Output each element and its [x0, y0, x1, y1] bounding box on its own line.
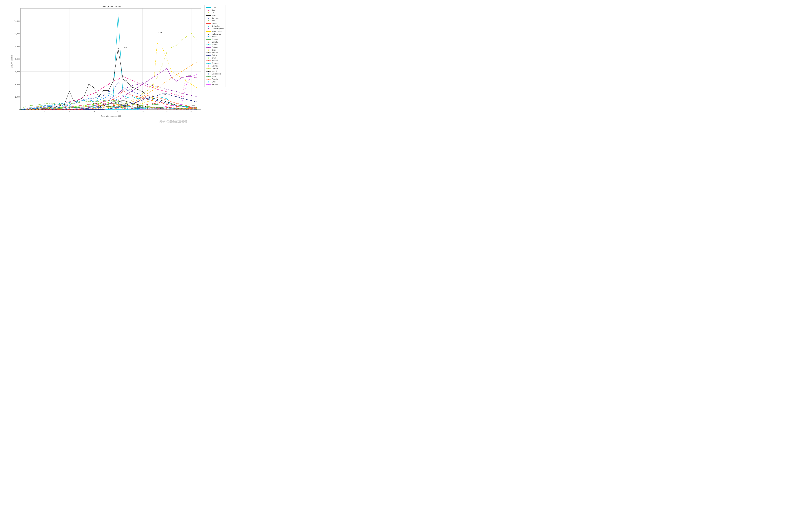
svg-point-37 — [208, 10, 209, 11]
series-dot — [176, 74, 177, 75]
svg-point-49 — [208, 25, 209, 26]
svg-point-79 — [208, 65, 209, 66]
series-dot — [118, 82, 118, 82]
series-dot — [35, 104, 36, 106]
annotation-label: 1476 — [124, 98, 127, 100]
legend-label: China — [212, 6, 216, 9]
series-dot — [152, 104, 153, 105]
series-dot — [103, 101, 104, 102]
series-dot — [186, 94, 187, 95]
annotation-label: 144 — [124, 107, 126, 108]
series-dot — [50, 108, 50, 109]
annotation-label: 4337 — [124, 80, 127, 82]
series-dot — [171, 95, 172, 96]
series-dot — [147, 95, 148, 96]
series-dot — [166, 108, 167, 109]
series-dot — [103, 90, 104, 91]
series-dot — [79, 102, 79, 103]
series-dot — [69, 107, 70, 108]
series-dot — [162, 102, 163, 103]
series-dot — [40, 109, 40, 110]
series-dot — [166, 100, 167, 100]
series-dot — [118, 101, 118, 102]
svg-point-35 — [208, 7, 209, 8]
legend-item: Germany — [206, 17, 224, 19]
series-dot — [171, 104, 172, 105]
series-dot — [176, 96, 177, 97]
annotation-label: 2206 — [163, 94, 166, 95]
series-dot — [152, 103, 153, 104]
svg-text:10: 10 — [68, 111, 70, 112]
series-dot — [30, 109, 31, 109]
svg-point-71 — [208, 55, 209, 56]
series-dot — [176, 109, 177, 109]
series-dot — [83, 96, 84, 97]
legend-label: US — [212, 12, 214, 14]
series-dot — [162, 88, 163, 89]
series-dot — [176, 106, 177, 107]
legend-item: Japan — [206, 75, 224, 78]
annotation-label: 561 — [65, 104, 68, 106]
legend-label: Ireland — [212, 70, 217, 73]
series-dot — [69, 108, 70, 109]
series-dot — [181, 71, 182, 72]
series-dot — [171, 77, 172, 78]
legend-item: Portugal — [206, 46, 224, 49]
series-dot — [118, 107, 118, 108]
series-dot — [98, 105, 99, 106]
series-dot — [127, 78, 128, 79]
svg-point-83 — [208, 71, 209, 72]
svg-text:6,000: 6,000 — [15, 71, 20, 73]
series-dot — [166, 52, 167, 53]
series-dot — [142, 84, 143, 84]
series-dot — [157, 97, 158, 98]
svg-point-93 — [208, 84, 209, 85]
series-dot — [127, 87, 128, 88]
legend-label: Belgium — [212, 38, 218, 41]
svg-text:25: 25 — [141, 111, 144, 112]
series-dot — [191, 84, 192, 84]
series-dot — [181, 104, 182, 105]
series-dot — [113, 96, 114, 97]
chart-area: 02,0004,0006,0008,00010,00012,00014,0000… — [10, 5, 203, 118]
legend-item: Israel — [206, 57, 224, 59]
chart-container: Cases growth number 02,0004,0006,0008,00… — [0, 0, 227, 128]
legend-label: Italy — [212, 9, 215, 12]
legend-item: Netherlands — [206, 33, 224, 35]
series-dot — [191, 65, 192, 66]
svg-point-43 — [208, 18, 209, 19]
series-dot — [152, 77, 153, 78]
legend-label: Switzerland — [212, 25, 221, 27]
legend-item: Switzerland — [206, 25, 224, 27]
series-dot — [142, 103, 143, 103]
series-dot — [108, 90, 109, 91]
series-dot — [98, 90, 99, 91]
series-dot — [30, 105, 31, 106]
series-dot — [122, 100, 124, 100]
watermark: 知乎 @摆头的三棱镜 — [159, 119, 187, 124]
series-dot — [108, 93, 109, 93]
series-dot — [152, 90, 153, 91]
svg-point-81 — [208, 68, 209, 69]
legend-label: Malaysia — [212, 65, 218, 67]
series-dot — [103, 100, 104, 101]
series-dot — [40, 107, 40, 108]
series-dot — [127, 82, 128, 83]
series-dot — [176, 104, 177, 106]
series-dot — [142, 82, 143, 83]
series-dot — [186, 81, 187, 81]
series-dot — [69, 103, 70, 104]
series-dot — [181, 93, 182, 93]
series-dot — [127, 90, 128, 91]
series-dot — [196, 40, 196, 40]
series-dot — [44, 105, 45, 106]
series-dot — [122, 90, 124, 91]
svg-point-77 — [208, 63, 209, 64]
series-dot — [122, 104, 124, 105]
series-dot — [181, 96, 182, 97]
series-dot — [83, 101, 84, 102]
series-dot — [118, 14, 118, 15]
series-dot — [69, 91, 70, 92]
series-dot — [157, 103, 158, 103]
series-dot — [127, 93, 128, 94]
